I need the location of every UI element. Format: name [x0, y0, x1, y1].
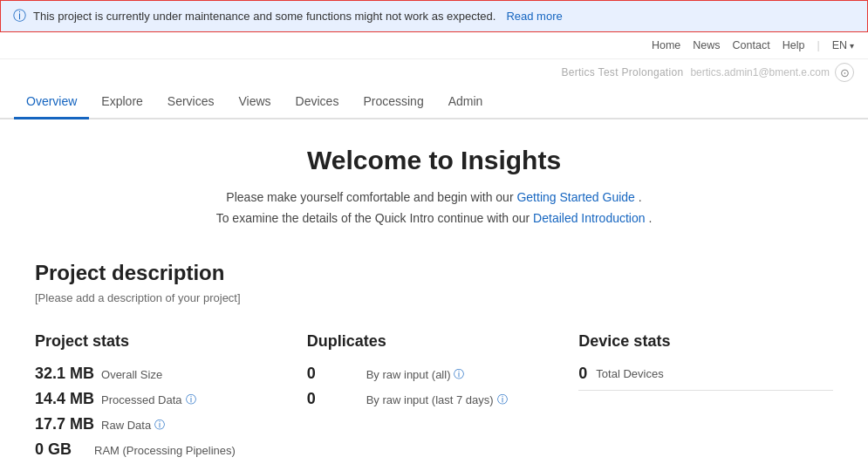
language-selector[interactable]: EN ▾ — [832, 39, 854, 51]
info-tip-icon[interactable]: ⓘ — [186, 392, 196, 407]
duplicates-title: Duplicates — [307, 332, 562, 351]
top-nav: Home News Contact Help | EN ▾ — [0, 32, 868, 59]
project-stats-col: Project stats 32.1 MB Overall Size 14.4 … — [35, 332, 290, 464]
detailed-intro-link[interactable]: Detailed Introduction — [533, 211, 645, 225]
info-tip-icon[interactable]: ⓘ — [497, 392, 508, 407]
stat-raw-value: 17.7 MB — [35, 415, 94, 433]
stat-row: 17.7 MB Raw Data ⓘ — [35, 415, 290, 433]
stat-ram-value: 0 GB — [35, 440, 87, 459]
nav-help[interactable]: Help — [783, 39, 805, 51]
nav-home[interactable]: Home — [652, 39, 680, 51]
stat-processed-label: Processed Data ⓘ — [101, 392, 196, 407]
welcome-section: Welcome to Insights Please make yourself… — [35, 146, 833, 229]
nav-views[interactable]: Views — [227, 85, 284, 119]
project-description-placeholder: [Please add a description of your projec… — [35, 291, 241, 304]
stat-row: 0 By raw input (last 7 days) ⓘ — [307, 390, 562, 408]
duplicates-col: Duplicates 0 By raw input (all) ⓘ 0 By r… — [307, 332, 562, 464]
device-stats-title: Device stats — [578, 332, 833, 351]
read-more-link[interactable]: Read more — [506, 10, 562, 23]
stat-row: 32.1 MB Overall Size — [35, 365, 290, 383]
nav-contact[interactable]: Contact — [733, 39, 770, 51]
info-icon: ⓘ — [13, 8, 26, 24]
language-label: EN — [832, 39, 847, 51]
device-stats-col: Device stats 0 Total Devices — [578, 332, 833, 464]
info-tip-icon[interactable]: ⓘ — [154, 418, 165, 433]
device-stat-row: 0 Total Devices — [578, 365, 833, 383]
project-stats-title: Project stats — [35, 332, 290, 351]
stats-grid: Project stats 32.1 MB Overall Size 14.4 … — [35, 332, 833, 464]
welcome-line2: To examine the details of the Quick Intr… — [35, 208, 833, 229]
user-email: bertics.admin1@bment.e.com — [690, 66, 830, 78]
nav-divider: | — [817, 39, 819, 51]
divider — [578, 390, 833, 391]
info-tip-icon[interactable]: ⓘ — [454, 367, 464, 382]
stat-overall-size-value: 32.1 MB — [35, 365, 94, 383]
welcome-line1: Please make yourself comfortable and beg… — [35, 188, 833, 208]
nav-processing[interactable]: Processing — [351, 85, 435, 119]
main-content: Welcome to Insights Please make yourself… — [0, 119, 868, 464]
dup-all-label: By raw input (all) ⓘ — [366, 367, 465, 382]
dup-7days-label: By raw input (last 7 days) ⓘ — [366, 392, 508, 407]
user-icon[interactable]: ⊙ — [835, 63, 854, 82]
stat-processed-value: 14.4 MB — [35, 390, 94, 408]
stat-raw-label: Raw Data ⓘ — [101, 418, 165, 433]
maintenance-message: This project is currently under maintena… — [33, 10, 496, 23]
total-devices-value: 0 — [578, 365, 587, 383]
nav-news[interactable]: News — [693, 39, 720, 51]
stat-overall-size-label: Overall Size — [101, 368, 162, 381]
nav-services[interactable]: Services — [155, 85, 227, 119]
project-description-title: Project description — [35, 261, 833, 285]
project-name: Bertics Test Prolongation — [561, 66, 683, 78]
getting-started-link[interactable]: Getting Started Guide — [516, 190, 634, 204]
stat-row: 0 By raw input (all) ⓘ — [307, 365, 562, 383]
welcome-title: Welcome to Insights — [35, 146, 833, 175]
dup-7days-value: 0 — [307, 390, 359, 408]
maintenance-banner: ⓘ This project is currently under mainte… — [0, 0, 868, 32]
stat-ram-label: RAM (Processing Pipelines) — [94, 444, 236, 457]
nav-explore[interactable]: Explore — [89, 85, 154, 119]
stat-row: 0 GB RAM (Processing Pipelines) — [35, 440, 290, 459]
nav-admin[interactable]: Admin — [436, 85, 496, 119]
chevron-down-icon: ▾ — [850, 41, 854, 51]
main-nav: Overview Explore Services Views Devices … — [0, 85, 868, 119]
stat-row: 14.4 MB Processed Data ⓘ — [35, 390, 290, 408]
project-bar: Bertics Test Prolongation bertics.admin1… — [0, 59, 868, 85]
total-devices-label: Total Devices — [596, 367, 663, 380]
nav-overview[interactable]: Overview — [14, 85, 89, 119]
dup-all-value: 0 — [307, 365, 359, 383]
nav-devices[interactable]: Devices — [284, 85, 352, 119]
project-description-section: Project description [Please add a descri… — [35, 261, 833, 304]
